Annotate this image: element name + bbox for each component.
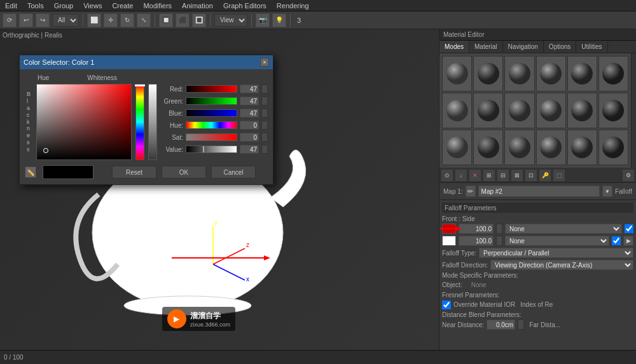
sphere-15[interactable]	[504, 130, 534, 165]
map-eyedropper[interactable]: ✏	[466, 185, 476, 197]
mat-put-material[interactable]: ↓	[455, 169, 467, 182]
falloff-type-dropdown[interactable]: Perpendicular / Parallel	[479, 248, 633, 258]
val-value[interactable]: 47	[240, 145, 259, 154]
sphere-1[interactable]	[442, 56, 472, 91]
hue-slider[interactable]	[186, 121, 237, 129]
sphere-3[interactable]	[504, 56, 534, 91]
sphere-18[interactable]	[598, 130, 628, 165]
hue-spinner[interactable]	[261, 121, 268, 130]
whiteness-bar[interactable]	[148, 84, 157, 160]
param-dropdown-2[interactable]: None	[505, 236, 609, 246]
param-spinner-1[interactable]	[496, 224, 502, 234]
mat-tool-9[interactable]: ⬚	[553, 169, 565, 182]
toolbar-btn-5[interactable]: 🔲	[159, 13, 173, 27]
green-slider[interactable]	[186, 97, 237, 105]
sphere-7[interactable]	[442, 93, 472, 128]
toolbar-btn-6[interactable]: ⬛	[176, 13, 190, 27]
sphere-6[interactable]	[598, 56, 628, 91]
menu-group[interactable]: Group	[52, 2, 76, 10]
toolbar-move[interactable]: ✛	[104, 13, 118, 27]
mat-options[interactable]: ⚙	[622, 169, 635, 182]
mat-delete[interactable]: ✕	[469, 169, 481, 182]
green-value[interactable]: 47	[240, 97, 259, 105]
sat-spinner[interactable]	[261, 133, 268, 142]
falloff-header[interactable]: Falloff Parameters	[442, 203, 633, 213]
sat-slider[interactable]	[186, 133, 237, 141]
menu-create[interactable]: Create	[109, 2, 135, 10]
color-swatch-2[interactable]	[442, 236, 456, 246]
mat-get-material[interactable]: ⊙	[441, 169, 453, 182]
reset-button[interactable]: Reset	[112, 166, 156, 179]
hue-bar[interactable]	[135, 84, 144, 160]
toolbar-camera[interactable]: 📷	[256, 13, 270, 27]
tab-navigation[interactable]: Navigation	[503, 41, 544, 53]
green-spinner[interactable]	[261, 97, 268, 105]
map-input[interactable]	[478, 185, 600, 197]
sphere-scrollbar[interactable]	[631, 53, 636, 168]
mat-tool-7[interactable]: ⊡	[525, 169, 537, 182]
toolbar-btn-2[interactable]: ↩	[19, 13, 33, 27]
hue-value[interactable]: 0	[240, 121, 259, 130]
map-dropdown[interactable]: ▼	[602, 185, 612, 197]
toolbar-dropdown-view[interactable]: View	[214, 14, 247, 27]
param-check-1[interactable]	[625, 224, 633, 233]
sat-value[interactable]: 0	[240, 133, 259, 142]
toolbar-rotate[interactable]: ↻	[120, 13, 134, 27]
color-preview[interactable]	[43, 165, 93, 179]
sphere-2[interactable]	[473, 56, 503, 91]
sphere-13[interactable]	[442, 130, 472, 165]
sphere-11[interactable]	[567, 93, 597, 128]
red-spinner[interactable]	[261, 84, 268, 93]
dialog-close-btn[interactable]: ×	[260, 58, 269, 67]
red-slider[interactable]	[186, 85, 237, 93]
sphere-16[interactable]	[536, 130, 566, 165]
ok-button[interactable]: OK	[162, 166, 206, 179]
param-input-2[interactable]	[459, 236, 494, 246]
cancel-button[interactable]: Cancel	[211, 166, 256, 179]
sphere-8[interactable]	[473, 93, 503, 128]
mat-tool-4[interactable]: ⊞	[483, 169, 495, 182]
tab-utilities[interactable]: Utilities	[576, 41, 607, 53]
color-swatch-1[interactable]	[442, 224, 456, 234]
sphere-17[interactable]	[567, 130, 597, 165]
tab-options[interactable]: Options	[544, 41, 576, 53]
toolbar-btn-1[interactable]: ⟳	[3, 13, 17, 27]
menu-rendering[interactable]: Rendering	[274, 2, 312, 10]
param-spinner-2[interactable]	[496, 236, 502, 246]
toolbar-select[interactable]: ⬜	[87, 13, 101, 27]
sphere-5[interactable]	[567, 56, 597, 91]
sphere-10[interactable]	[536, 93, 566, 128]
tab-material[interactable]: Material	[469, 41, 503, 53]
val-spinner[interactable]	[261, 145, 268, 154]
near-dist-input[interactable]	[487, 320, 515, 330]
menu-graph-editors[interactable]: Graph Editors	[221, 2, 269, 10]
menu-edit[interactable]: Edit	[3, 2, 20, 10]
mat-tool-5[interactable]: ⊟	[497, 169, 509, 182]
sphere-14[interactable]	[473, 130, 503, 165]
toolbar-dropdown-all[interactable]: All	[52, 14, 79, 27]
val-slider[interactable]	[186, 145, 237, 153]
param-check-2[interactable]	[612, 236, 621, 245]
near-dist-spinner[interactable]	[518, 320, 524, 330]
param-extra-btn[interactable]: ▶	[623, 236, 633, 246]
toolbar-btn-3[interactable]: ↪	[36, 13, 50, 27]
menu-views[interactable]: Views	[81, 2, 104, 10]
menu-modifiers[interactable]: Modifiers	[141, 2, 174, 10]
param-dropdown-1[interactable]: None	[505, 224, 622, 234]
eyedropper-btn[interactable]: ✏️	[25, 166, 36, 178]
sphere-9[interactable]	[504, 93, 534, 128]
tab-modes[interactable]: Modes	[439, 41, 469, 53]
toolbar-scale[interactable]: ⤡	[137, 13, 151, 27]
blue-spinner[interactable]	[261, 109, 268, 118]
red-value[interactable]: 47	[240, 84, 259, 93]
sphere-12[interactable]	[598, 93, 628, 128]
menu-tools[interactable]: Tools	[25, 2, 46, 10]
override-checkbox[interactable]	[442, 300, 451, 309]
color-gradient[interactable]	[36, 84, 132, 160]
blue-value[interactable]: 47	[240, 109, 259, 118]
sphere-4[interactable]	[536, 56, 566, 91]
mat-tool-8[interactable]: 🔑	[539, 169, 551, 182]
toolbar-light[interactable]: 💡	[272, 13, 286, 27]
mat-tool-6[interactable]: ⊠	[511, 169, 523, 182]
viewport[interactable]: Orthographic | Realis y x	[0, 29, 439, 350]
